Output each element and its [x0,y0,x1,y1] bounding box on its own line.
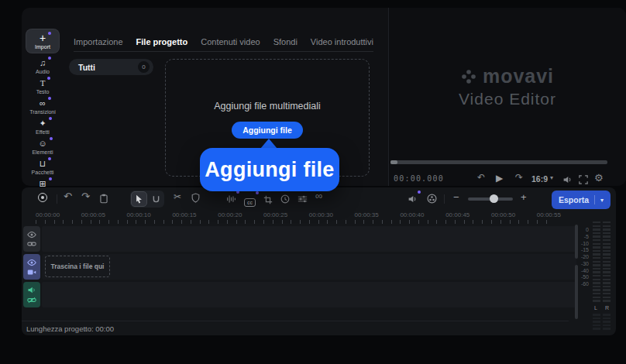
meter-bar-right [603,221,611,304]
overlay-track-header[interactable] [23,226,40,252]
transition-button[interactable]: ∞ [315,190,322,201]
brand-logo: movavi Video Editor [389,65,626,108]
overlay-track-row [23,226,576,252]
sidebar-item[interactable]: ⊔ Pacchetti [22,157,64,177]
speaker-icon [562,175,573,184]
speaker-icon [408,194,418,204]
add-files-tooltip[interactable]: Aggiungi file [200,148,339,191]
export-label: Esporta [559,195,589,204]
sidebar-item[interactable]: ♫ Audio [22,57,64,76]
media-tab[interactable]: File progetto [136,37,188,46]
media-tab[interactable]: Video introduttivi [311,37,373,46]
audio-level-meter [593,221,611,304]
fullscreen-button[interactable] [579,173,588,187]
ruler-timecode: 00:00:10 [127,211,173,218]
eye-icon[interactable] [27,231,36,239]
speed-button[interactable] [280,193,290,207]
ruler-timecode: 00:00:20 [218,211,263,218]
sidebar-item-icon: ⊔ [40,159,46,168]
timeline-ruler[interactable]: 00:00:0000:00:0500:00:1000:00:1500:00:20… [22,211,569,225]
play-button[interactable]: ▶ [496,173,503,184]
skip-forward-button[interactable]: ↷ [515,172,523,183]
sidebar-item[interactable]: T Testo [22,77,64,96]
audio-track-header[interactable] [23,282,40,307]
color-adjust-button[interactable] [427,193,437,207]
seek-bar[interactable] [390,160,607,164]
adjustments-button[interactable] [298,193,308,207]
meter-db-label: -10 [581,241,589,246]
track-drop-hint[interactable]: Trascina i file qui [45,256,110,277]
aspect-ratio-select[interactable]: 16:9 [531,174,548,184]
media-tab[interactable]: Sfondi [273,37,298,46]
filter-chip-tutti[interactable]: Tutti 0 [69,59,153,75]
sidebar-item[interactable]: ✦ Effetti [22,117,64,136]
speaker-icon[interactable] [27,286,36,294]
unlink-icon[interactable] [27,297,36,304]
zoom-in-button[interactable]: + [521,191,527,203]
video-track-lane[interactable]: Trascina i file qui [42,254,576,280]
tool-switcher [130,191,164,208]
meter-channel-label: L [594,305,597,311]
track-volume-button[interactable] [408,193,418,207]
meter-bar-right [603,314,611,331]
notification-dot [49,117,52,120]
chevron-down-icon: ▾ [600,197,604,204]
redo-button[interactable]: ↷ [81,191,90,202]
meter-db-label: -20 [581,254,589,259]
status-bar: Lunghezza progetto: 00:00 [22,321,569,335]
eye-icon[interactable] [27,259,36,266]
camera-icon[interactable] [27,269,36,276]
notification-dot [50,137,53,140]
cut-button[interactable]: ✂ [174,191,181,202]
skip-back-button[interactable]: ↶ [477,172,485,183]
video-track-header[interactable] [23,254,40,280]
shield-icon [191,193,200,203]
overlay-track-lane[interactable] [42,226,576,252]
volume-button[interactable] [562,173,573,187]
media-tabs: Importazione File progetto Contenuti vid… [74,37,373,46]
undo-button[interactable]: ↶ [64,191,72,202]
media-tab[interactable]: Contenuti video [201,37,260,46]
media-tab[interactable]: Importazione [74,37,123,46]
sidebar-item[interactable]: + Import [26,29,59,53]
toolbar-divider [444,194,445,204]
sidebar: + Import ♫ Audio T Testo ∞ [22,29,64,197]
protect-button[interactable] [191,192,200,206]
chevron-down-icon[interactable]: ▾ [550,174,553,181]
ruler-timecode: 00:00:35 [355,211,401,218]
paste-button[interactable] [99,193,108,207]
audio-track-lane[interactable] [42,282,576,307]
sidebar-item-icon: ∞ [40,98,46,108]
tooltip-label: Aggiungi file [205,158,334,182]
sidebar-item[interactable]: ∞ Transizioni [22,97,64,116]
crop-button[interactable] [263,194,273,208]
zoom-slider[interactable] [468,197,513,201]
audio-edit-button[interactable] [226,193,236,207]
ruler-timecode: 00:00:45 [445,211,491,218]
timeline-panel: ↶ ↷ ✂ [22,187,616,335]
clipboard-icon [99,194,108,204]
select-tool-button[interactable] [131,191,147,207]
sidebar-item[interactable]: ☺ Elementi [22,137,64,156]
zoom-out-button[interactable]: − [453,191,459,203]
settings-button[interactable]: ⚙ [594,172,604,184]
magnet-tool-button[interactable] [147,195,164,204]
ruler-timecode: 00:00:40 [400,211,445,218]
sidebar-item-icon: ☺ [38,139,46,148]
ruler-ticks [36,220,549,224]
meter-bar-left [593,314,600,331]
sidebar-item-label: Pacchetti [32,170,54,175]
export-button[interactable]: Esporta ▾ [552,191,611,209]
captions-button[interactable]: cc [244,194,256,208]
clock-icon [280,194,290,204]
notification-dot [48,157,51,160]
record-button[interactable] [38,193,47,202]
add-files-button[interactable]: Aggiungi file [232,122,303,139]
project-length-label: Lunghezza progetto: 00:00 [26,325,114,333]
video-track-row: Trascina i file qui [23,254,576,280]
link-icon[interactable] [27,241,36,247]
notification-dot [48,97,51,100]
zoom-slider-handle[interactable] [490,194,498,203]
toolbar-divider [57,194,57,204]
playhead-handle[interactable] [390,160,397,164]
